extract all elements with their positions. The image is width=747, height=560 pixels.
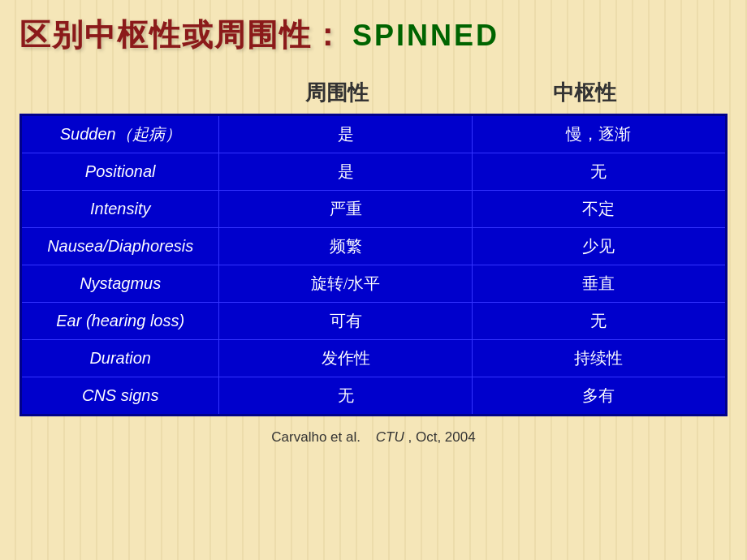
title-english: SPINNED [352,19,499,53]
peripheral-cell: 可有 [219,303,473,340]
central-cell: 不定 [472,191,725,228]
peripheral-cell: 发作性 [219,340,473,377]
footer-publication: CTU [376,429,404,445]
table-row: Intensity严重不定 [22,191,725,228]
table-row: Nausea/Diaphoresis频繁少见 [22,228,725,265]
feature-cell: Nausea/Diaphoresis [22,228,219,265]
central-cell: 慢，逐渐 [472,116,725,153]
central-header: 中枢性 [459,79,710,107]
central-cell: 多有 [472,377,725,415]
peripheral-cell: 是 [219,153,473,191]
main-table-container: Sudden（起病）是慢，逐渐Positional是无Intensity严重不定… [19,114,728,416]
title-chinese: 区别中枢性或周围性： [19,15,344,56]
feature-cell: Positional [22,153,219,191]
feature-cell: Intensity [22,191,219,228]
peripheral-cell: 无 [219,377,473,415]
column-headers: 周围性 中枢性 [19,79,728,107]
comparison-table: Sudden（起病）是慢，逐渐Positional是无Intensity严重不定… [22,116,725,414]
central-cell: 持续性 [472,340,725,377]
feature-cell: Duration [22,340,219,377]
table-row: Sudden（起病）是慢，逐渐 [22,116,725,153]
peripheral-header: 周围性 [215,79,459,107]
peripheral-cell: 严重 [219,191,473,228]
table-row: Duration发作性持续性 [22,340,725,377]
central-cell: 垂直 [472,265,725,303]
central-cell: 无 [472,153,725,191]
peripheral-cell: 是 [219,116,473,153]
table-row: Ear (hearing loss)可有无 [22,303,725,340]
peripheral-cell: 频繁 [219,228,473,265]
footer-author: Carvalho et al. [271,429,361,445]
table-row: Positional是无 [22,153,725,191]
peripheral-cell: 旋转/水平 [219,265,473,303]
table-row: CNS signs无多有 [22,377,725,415]
title-area: 区别中枢性或周围性： SPINNED [0,0,747,64]
central-cell: 无 [472,303,725,340]
feature-cell: CNS signs [22,377,219,415]
footer: Carvalho et al. CTU , Oct, 2004 [0,429,747,446]
feature-cell: Sudden（起病） [22,116,219,153]
feature-cell: Ear (hearing loss) [22,303,219,340]
feature-cell: Nystagmus [22,265,219,303]
table-row: Nystagmus旋转/水平垂直 [22,265,725,303]
footer-date: , Oct, 2004 [408,429,476,445]
central-cell: 少见 [472,228,725,265]
